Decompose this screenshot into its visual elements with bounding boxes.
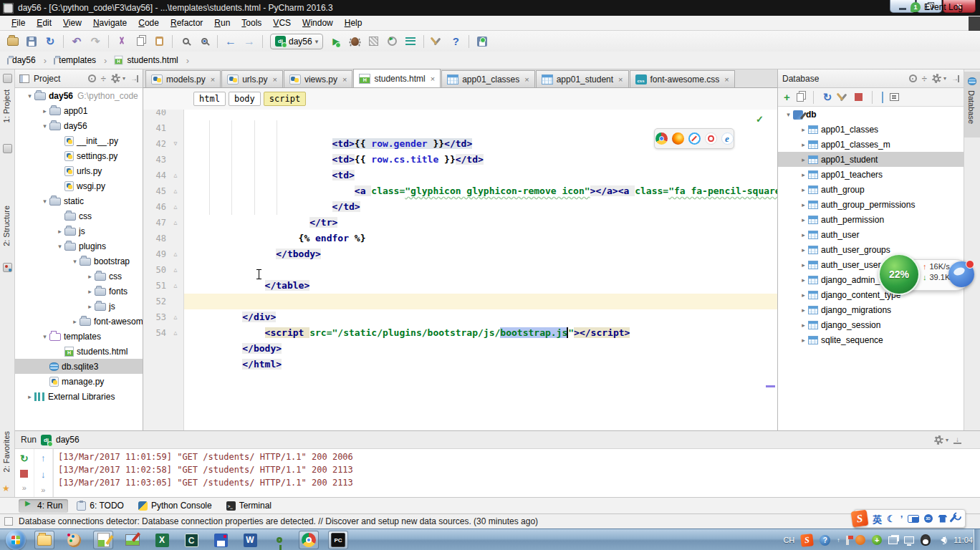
firefox-icon[interactable]: [672, 132, 684, 145]
expand-arrow-icon[interactable]: [799, 186, 808, 193]
database-tree-item[interactable]: auth_group_permissions: [778, 197, 964, 212]
menu-item[interactable]: Help: [339, 16, 368, 29]
code-editor-taskbar-button[interactable]: C: [181, 531, 201, 549]
show-hidden-icons-button[interactable]: ↑: [837, 537, 840, 544]
replace-button[interactable]: [196, 33, 213, 50]
expand-arrow-icon[interactable]: [40, 107, 49, 115]
help-tray-icon[interactable]: ?: [820, 535, 830, 546]
structure-nodes-icon[interactable]: [3, 263, 12, 272]
hide-panel-icon[interactable]: →: [130, 75, 138, 82]
debug-button[interactable]: [346, 33, 363, 50]
project-tree-item[interactable]: templates: [15, 329, 143, 344]
net-speed-widget[interactable]: ↑ 16K/s ↓ 39.1K/s 22%: [878, 254, 976, 296]
tool-tab-structure[interactable]: 2: Structure: [2, 206, 11, 246]
code-line[interactable]: 46 △ {% endfor %}: [143, 199, 777, 215]
gear-icon[interactable]: [111, 74, 120, 83]
ime-settings-icon[interactable]: [950, 514, 957, 522]
menu-item[interactable]: View: [57, 16, 87, 29]
breadcrumb-item[interactable]: templates ›: [52, 55, 112, 66]
code-line[interactable]: 53 △ </body>: [143, 309, 777, 325]
project-tree-item[interactable]: app01: [15, 103, 143, 118]
fold-marker[interactable]: △: [169, 309, 182, 325]
editor-tab[interactable]: models.py ×: [145, 70, 221, 87]
breadcrumb-item[interactable]: day56 ›: [6, 55, 52, 66]
show-desktop-button[interactable]: [974, 529, 980, 550]
collapse-all-icon[interactable]: ÷: [922, 74, 927, 82]
expand-arrow-icon[interactable]: [799, 231, 808, 238]
duplicate-icon[interactable]: [797, 93, 804, 102]
image-viewer-taskbar-button[interactable]: [123, 531, 143, 549]
expand-arrow-icon[interactable]: [40, 333, 49, 340]
chrome-icon[interactable]: [655, 132, 668, 145]
tool-window-button[interactable]: Python Console: [133, 499, 218, 513]
run-configuration-select[interactable]: dj day56 ▾: [270, 34, 323, 49]
project-tree-item[interactable]: db.sqlite3: [15, 359, 143, 374]
add-datasource-icon[interactable]: +: [784, 92, 790, 102]
key-flag-tray-icon[interactable]: [846, 536, 849, 545]
project-tree-item[interactable]: day56: [15, 118, 143, 133]
fold-marker[interactable]: △: [169, 246, 182, 262]
code-line[interactable]: 48: [143, 231, 777, 246]
menu-item[interactable]: Edit: [31, 16, 57, 29]
code-line[interactable]: 54 △ </html>: [143, 325, 777, 341]
database-tree-item[interactable]: auth_user: [778, 227, 964, 242]
ime-keyboard-icon[interactable]: [908, 515, 919, 523]
database-tree-item[interactable]: app01_teachers: [778, 167, 964, 182]
database-tree-item[interactable]: app01_classes: [778, 122, 964, 137]
plugin-save-button[interactable]: [474, 33, 491, 50]
expand-arrow-icon[interactable]: [70, 258, 80, 265]
antivirus-tray-icon[interactable]: +: [872, 535, 882, 545]
breadcrumb-tag[interactable]: html: [193, 92, 226, 106]
key-tool-taskbar-button[interactable]: [269, 531, 289, 549]
expand-arrow-icon[interactable]: [799, 156, 808, 163]
opera-icon[interactable]: [705, 132, 717, 145]
favorites-star-icon[interactable]: ★: [2, 483, 10, 493]
code-line[interactable]: 51 △ </div>: [143, 278, 777, 294]
expand-arrow-icon[interactable]: [55, 228, 64, 235]
ime-account-icon[interactable]: [924, 514, 933, 523]
code-line[interactable]: 49 △ </table>: [143, 246, 777, 262]
find-button[interactable]: [177, 33, 194, 50]
excel-taskbar-button[interactable]: X: [152, 531, 172, 549]
fold-marker[interactable]: [169, 294, 182, 309]
paste-button[interactable]: [150, 33, 168, 50]
forward-button[interactable]: →: [241, 33, 258, 50]
collapse-all-icon[interactable]: ÷: [101, 74, 106, 82]
close-tab-icon[interactable]: ×: [618, 75, 623, 84]
expand-arrow-icon[interactable]: [799, 126, 808, 133]
menu-item[interactable]: Code: [133, 16, 165, 29]
tool-tab-favorites[interactable]: 2: Favorites: [2, 431, 11, 472]
fold-marker[interactable]: △: [169, 325, 182, 341]
breadcrumb-tag[interactable]: body: [229, 92, 261, 106]
database-tree-item[interactable]: db: [778, 107, 964, 122]
close-tab-icon[interactable]: ×: [342, 75, 347, 84]
copy-button[interactable]: [132, 33, 149, 50]
project-tree-item[interactable]: static: [15, 193, 143, 208]
event-log-button[interactable]: 1 Event Log: [911, 2, 963, 12]
menu-item[interactable]: Window: [297, 16, 339, 29]
fold-marker[interactable]: [169, 110, 182, 120]
ime-punctuation-icon[interactable]: ’: [900, 513, 903, 524]
expand-arrow-icon[interactable]: [70, 318, 80, 325]
status-checkbox-icon[interactable]: [4, 517, 13, 526]
memory-usage-ball[interactable]: 22%: [878, 254, 920, 295]
status-message[interactable]: Database connections detector: Database …: [19, 516, 538, 526]
database-tree-item[interactable]: sqlite_sequence: [778, 332, 964, 347]
ime-toolbar[interactable]: S 英 ☾ ’: [854, 509, 966, 528]
project-tree-item[interactable]: wsgi.py: [15, 178, 143, 193]
tool-window-button[interactable]: 6: TODO: [71, 499, 130, 513]
close-tab-icon[interactable]: ×: [211, 75, 215, 84]
orange-tray-icon[interactable]: [855, 535, 865, 545]
project-tree-item[interactable]: students.html: [15, 344, 143, 359]
editor-tab[interactable]: urls.py ×: [221, 70, 283, 87]
gear-icon[interactable]: [934, 435, 943, 445]
sync-icon[interactable]: ↻: [823, 91, 832, 104]
project-tool-icon[interactable]: [3, 74, 12, 83]
code-line[interactable]: 40 <td>{{ row.gender }}</td>: [143, 110, 777, 120]
profile-button[interactable]: [383, 33, 400, 50]
menu-item[interactable]: Run: [208, 16, 236, 29]
expand-arrow-icon[interactable]: [799, 201, 808, 208]
code-line[interactable]: 43 <a class="glyphicon glyphicon-remove …: [143, 152, 777, 168]
expand-arrow-icon[interactable]: [799, 261, 808, 269]
fold-marker[interactable]: △: [169, 215, 182, 231]
